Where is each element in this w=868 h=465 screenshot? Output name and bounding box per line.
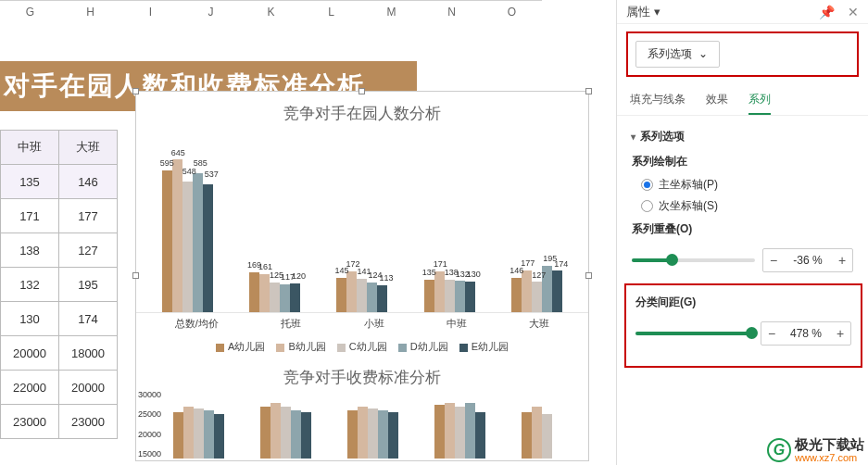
section-header[interactable]: 系列选项 [632, 129, 853, 145]
overlap-slider[interactable] [632, 258, 755, 262]
bar[interactable] [378, 410, 388, 459]
bar[interactable] [193, 173, 203, 312]
bar[interactable] [532, 282, 542, 312]
cell[interactable]: 132 [1, 268, 59, 302]
chart-title[interactable]: 竞争对手在园人数分析 [136, 103, 588, 124]
column-header[interactable]: K [241, 0, 301, 22]
bar[interactable] [465, 403, 475, 459]
resize-handle[interactable] [132, 88, 139, 94]
legend-item[interactable]: B幼儿园 [276, 340, 325, 354]
bar[interactable] [445, 280, 455, 312]
cell[interactable]: 20000 [59, 371, 118, 405]
series-options-dropdown[interactable]: 系列选项 ⌄ [635, 41, 720, 68]
column-header[interactable]: L [301, 0, 361, 22]
minus-button[interactable]: − [761, 326, 782, 341]
bar[interactable] [357, 279, 367, 312]
bar[interactable] [281, 407, 291, 459]
bar[interactable] [475, 412, 485, 459]
overlap-value[interactable]: -36 % [784, 254, 832, 267]
bar[interactable] [259, 274, 270, 312]
bar[interactable] [291, 410, 301, 459]
tab-series[interactable]: 系列 [748, 84, 771, 115]
bar[interactable] [270, 283, 280, 312]
gap-stepper[interactable]: − 478 % + [761, 321, 851, 346]
bar[interactable] [172, 159, 182, 312]
bar[interactable] [214, 414, 224, 459]
chart-object[interactable]: 竞争对手在园人数分析 595 645 548 585 537 169 161 1… [135, 91, 589, 461]
bar[interactable] [194, 408, 204, 459]
bar[interactable] [388, 412, 398, 459]
chart-plot-area-2[interactable]: 30000 25000 20000 15000 [136, 390, 588, 459]
resize-handle[interactable] [359, 88, 365, 94]
minus-button[interactable]: − [763, 253, 784, 268]
resize-handle[interactable] [132, 272, 139, 279]
cell[interactable]: 135 [1, 165, 59, 199]
column-header[interactable]: J [181, 0, 241, 22]
tab-fill[interactable]: 填充与线条 [630, 84, 686, 115]
bar[interactable] [522, 412, 532, 459]
close-icon[interactable]: ✕ [848, 5, 859, 19]
bar[interactable] [249, 272, 259, 312]
cell[interactable]: 174 [59, 302, 118, 336]
legend-item[interactable]: C幼儿园 [337, 340, 387, 354]
slider-knob[interactable] [746, 327, 758, 339]
bar[interactable] [367, 283, 377, 312]
resize-handle[interactable] [585, 88, 592, 94]
legend-item[interactable]: A幼儿园 [216, 340, 265, 354]
bar[interactable] [336, 278, 346, 312]
bar[interactable] [270, 403, 281, 459]
legend-item[interactable]: D幼儿园 [398, 340, 448, 354]
bar[interactable] [424, 280, 434, 312]
radio-primary-axis[interactable]: 主坐标轴(P) [641, 177, 853, 193]
plus-button[interactable]: + [832, 253, 852, 268]
radio-secondary-axis[interactable]: 次坐标轴(S) [641, 198, 853, 214]
column-header[interactable]: I [120, 0, 181, 22]
chart-plot-area[interactable]: 595 645 548 585 537 169 161 125 117 120 [136, 128, 588, 313]
column-header[interactable]: N [421, 0, 482, 22]
bar[interactable] [368, 408, 378, 459]
tab-effect[interactable]: 效果 [706, 84, 728, 115]
bar[interactable] [204, 410, 214, 459]
cell[interactable]: 20000 [1, 336, 59, 371]
cell[interactable]: 22000 [1, 371, 59, 405]
cell[interactable]: 23000 [1, 405, 59, 439]
cell[interactable]: 177 [59, 199, 118, 233]
bar[interactable] [203, 184, 213, 312]
chart-title[interactable]: 竞争对手收费标准分析 [136, 367, 588, 388]
cell[interactable]: 127 [59, 233, 118, 268]
column-header[interactable]: G [0, 0, 60, 22]
slider-knob[interactable] [666, 254, 678, 266]
bar[interactable] [434, 405, 445, 459]
bar[interactable] [377, 285, 387, 312]
bar[interactable] [290, 283, 300, 312]
column-header[interactable]: M [361, 0, 421, 22]
bar[interactable] [162, 170, 172, 312]
bar[interactable] [347, 410, 358, 459]
cell[interactable]: 171 [1, 199, 59, 233]
gap-value[interactable]: 478 % [782, 327, 830, 340]
bar[interactable] [455, 281, 465, 312]
chart-legend[interactable]: A幼儿园 B幼儿园 C幼儿园 D幼儿园 E幼儿园 [136, 334, 588, 359]
bar[interactable] [182, 182, 193, 312]
cell[interactable]: 195 [59, 268, 118, 302]
bar[interactable] [542, 414, 552, 459]
bar[interactable] [434, 271, 445, 312]
cell[interactable]: 138 [1, 233, 59, 268]
bar[interactable] [280, 284, 290, 312]
bar[interactable] [301, 412, 311, 459]
bar[interactable] [465, 282, 475, 312]
overlap-stepper[interactable]: − -36 % + [762, 248, 853, 272]
bar[interactable] [552, 270, 562, 312]
bar[interactable] [511, 278, 522, 312]
table-header[interactable]: 大班 [59, 131, 118, 165]
cell[interactable]: 18000 [59, 336, 118, 371]
legend-item[interactable]: E幼儿园 [459, 340, 509, 354]
bar[interactable] [455, 407, 465, 459]
bar[interactable] [532, 407, 542, 459]
cell[interactable]: 146 [59, 165, 118, 199]
pin-icon[interactable]: 📌 [819, 5, 835, 19]
cell[interactable]: 23000 [59, 405, 118, 439]
bar[interactable] [183, 407, 194, 459]
bar[interactable] [358, 407, 368, 459]
bar[interactable] [260, 407, 270, 459]
